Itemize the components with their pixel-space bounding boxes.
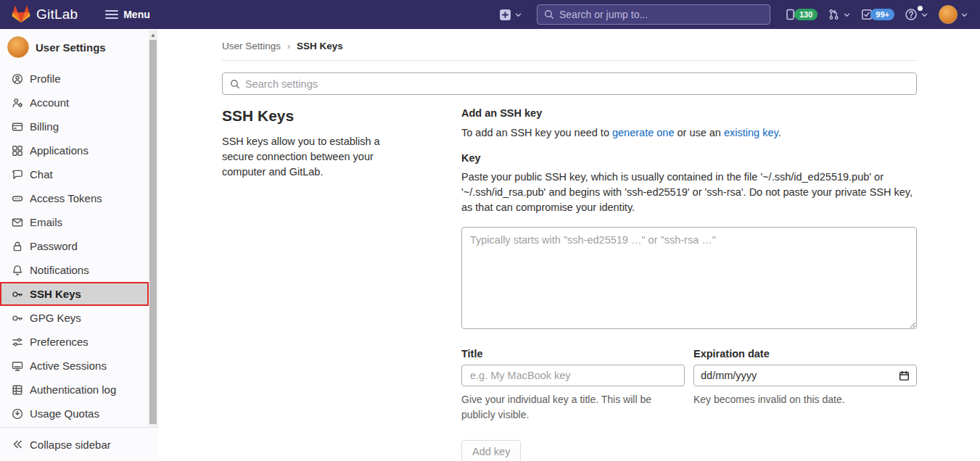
sidebar-item-label: Authentication log xyxy=(30,383,116,396)
sidebar-item-label: Billing xyxy=(30,120,59,133)
sidebar-item-label: Preferences xyxy=(30,336,88,348)
intro-text: . xyxy=(778,127,781,138)
issues-button[interactable]: 130 xyxy=(785,9,818,20)
sidebar-item-billing[interactable]: Billing xyxy=(0,115,149,138)
search-icon xyxy=(230,79,240,89)
new-menu-button[interactable] xyxy=(499,9,522,21)
expiration-date-label: Expiration date xyxy=(693,348,917,360)
monitor-icon xyxy=(12,360,23,372)
sidebar-item-active-sessions[interactable]: Active Sessions xyxy=(0,354,149,378)
sidebar-title: User Settings xyxy=(36,41,106,54)
settings-search[interactable] xyxy=(222,72,917,95)
section-description-column: SSH Keys SSH keys allow you to establish… xyxy=(222,107,407,461)
sidebar-item-label: Active Sessions xyxy=(30,360,107,372)
ssh-key-textarea[interactable] xyxy=(461,227,917,329)
help-button[interactable] xyxy=(905,8,928,21)
todos-count-badge: 99+ xyxy=(870,9,894,20)
existing-key-link[interactable]: existing key xyxy=(724,127,778,138)
billing-icon xyxy=(12,121,23,133)
title-label: Title xyxy=(461,348,685,360)
menu-button[interactable]: Menu xyxy=(105,9,150,20)
user-avatar xyxy=(939,5,958,24)
key-description: Paste your public SSH key, which is usua… xyxy=(461,170,917,215)
sidebar-item-label: SSH Keys xyxy=(30,288,81,300)
sidebar-item-label: Password xyxy=(30,240,78,252)
chevron-down-icon xyxy=(921,11,928,19)
bell-icon xyxy=(12,265,23,276)
collapse-label: Collapse sidebar xyxy=(30,439,111,451)
sidebar-item-label: Applications xyxy=(30,144,88,157)
sidebar-item-label: Notifications xyxy=(30,264,89,276)
user-menu-button[interactable] xyxy=(939,5,968,24)
settings-search-input[interactable] xyxy=(245,78,909,90)
token-icon xyxy=(12,193,23,204)
page-title: SSH Keys xyxy=(222,107,407,125)
applications-icon xyxy=(12,145,23,157)
ssh-key-form: Add an SSH key To add an SSH key you nee… xyxy=(461,107,917,461)
collapse-sidebar-button[interactable]: Collapse sidebar xyxy=(0,427,159,461)
add-key-button[interactable]: Add key xyxy=(461,440,521,461)
search-icon xyxy=(544,9,554,20)
sidebar-item-label: Profile xyxy=(30,72,61,85)
sliders-icon xyxy=(12,336,23,348)
email-icon xyxy=(12,217,23,228)
global-search-input[interactable] xyxy=(559,9,763,20)
todos-button[interactable]: 99+ xyxy=(861,9,894,20)
generate-one-link[interactable]: generate one xyxy=(612,127,674,138)
hamburger-icon xyxy=(105,9,118,20)
breadcrumb-user-settings[interactable]: User Settings xyxy=(222,41,281,51)
key-icon xyxy=(12,312,23,324)
chevron-down-icon xyxy=(514,11,522,19)
sidebar-item-label: Account xyxy=(30,96,69,109)
sidebar-item-emails[interactable]: Emails xyxy=(0,210,149,234)
sidebar-item-profile[interactable]: Profile xyxy=(0,67,149,91)
chevron-down-icon xyxy=(960,11,968,19)
title-help: Give your individual key a title. This w… xyxy=(461,392,685,423)
breadcrumb-divider xyxy=(222,60,917,61)
calendar-icon[interactable] xyxy=(899,370,910,381)
intro-text: or use an xyxy=(674,127,724,138)
chevron-down-icon xyxy=(843,11,851,19)
top-navbar: GitLab Menu xyxy=(0,0,980,29)
sidebar-item-label: Emails xyxy=(30,216,62,228)
gitlab-logo[interactable]: GitLab xyxy=(12,6,78,23)
user-avatar xyxy=(7,36,29,58)
help-icon xyxy=(905,8,918,21)
section-description: SSH keys allow you to establish a secure… xyxy=(222,134,407,180)
global-search[interactable] xyxy=(537,4,770,25)
key-label: Key xyxy=(461,152,917,164)
main-content: User Settings › SSH Keys SSH Keys SSH ke… xyxy=(159,29,980,461)
sidebar-item-label: Access Tokens xyxy=(30,192,102,204)
collapse-icon xyxy=(12,439,23,450)
sidebar-scrollbar[interactable]: ▲ xyxy=(149,30,157,426)
logo-wordmark: GitLab xyxy=(36,7,78,22)
sidebar-item-chat[interactable]: Chat xyxy=(0,162,149,186)
scroll-up-arrow[interactable]: ▲ xyxy=(149,30,157,39)
sidebar-item-account[interactable]: Account xyxy=(0,91,149,115)
sidebar-item-ssh-keys[interactable]: SSH Keys xyxy=(0,282,149,306)
form-intro: To add an SSH key you need to generate o… xyxy=(461,125,917,141)
sidebar-item-access-tokens[interactable]: Access Tokens xyxy=(0,186,149,210)
sidebar-item-applications[interactable]: Applications xyxy=(0,138,149,162)
sidebar-header: User Settings xyxy=(0,29,159,65)
log-icon xyxy=(12,384,23,396)
issues-count-badge: 130 xyxy=(794,9,818,20)
merge-requests-button[interactable] xyxy=(828,9,851,20)
settings-sidebar: User Settings ProfileAccountBillingAppli… xyxy=(0,29,159,461)
date-value: dd/mm/yyyy xyxy=(701,370,757,381)
sidebar-item-label: GPG Keys xyxy=(30,312,81,324)
sidebar-item-authentication-log[interactable]: Authentication log xyxy=(0,378,149,402)
key-icon xyxy=(12,288,23,300)
title-input[interactable] xyxy=(461,365,685,386)
sidebar-item-usage-quotas[interactable]: Usage Quotas xyxy=(0,402,149,425)
sidebar-item-password[interactable]: Password xyxy=(0,234,149,258)
sidebar-item-gpg-keys[interactable]: GPG Keys xyxy=(0,306,149,330)
sidebar-item-notifications[interactable]: Notifications xyxy=(0,258,149,282)
sidebar-item-label: Usage Quotas xyxy=(30,407,99,420)
breadcrumb-separator: › xyxy=(287,41,290,51)
expiration-date-input[interactable]: dd/mm/yyyy xyxy=(693,365,917,386)
sidebar-item-preferences[interactable]: Preferences xyxy=(0,330,149,354)
menu-label: Menu xyxy=(123,9,150,20)
scrollbar-thumb[interactable] xyxy=(149,40,157,424)
expiration-date-help: Key becomes invalid on this date. xyxy=(693,392,917,407)
